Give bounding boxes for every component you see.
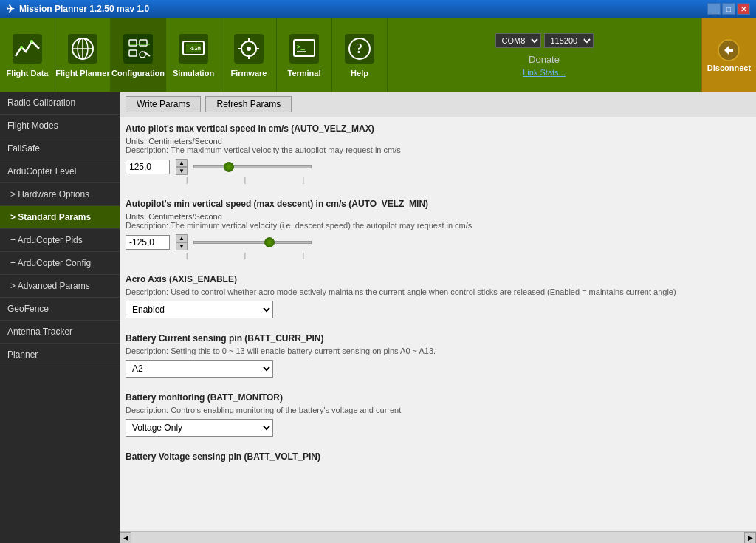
baud-rate-select[interactable]: 115200 [544, 33, 594, 48]
param-batt-curr-pin-desc: Description: Setting this to 0 ~ 13 will… [126, 346, 747, 355]
toolbar-firmware[interactable]: Firmware [221, 18, 277, 92]
sidebar-item-antenna-tracker[interactable]: Antenna Tracker [0, 321, 120, 344]
param-batt-monitor-title: Battery monitoring (BATT_MONITOR) [126, 392, 747, 403]
title-icon: ✈ [6, 3, 15, 15]
disconnect-icon [715, 37, 742, 64]
hscroll-right-button[interactable]: ▶ [744, 532, 756, 544]
close-button[interactable]: ✕ [737, 3, 750, 15]
sidebar-item-arducopter-config[interactable]: + ArduCopter Config [0, 252, 120, 275]
titlebar: ✈ Mission Planner 1.2.50 mav 1.0 _ □ ✕ [0, 0, 756, 18]
sidebar-item-standard-params[interactable]: > Standard Params [0, 206, 120, 229]
write-params-button[interactable]: Write Params [126, 96, 201, 112]
param-auto-velz-min-down[interactable]: ▼ [176, 242, 188, 250]
param-auto-velz-min-spinner: ▲ ▼ [176, 234, 188, 250]
configuration-icon [121, 32, 155, 66]
minimize-button[interactable]: _ [707, 3, 721, 15]
svg-point-21 [247, 47, 251, 51]
param-auto-velz-min-control: -125,0 ▲ ▼ [126, 234, 747, 250]
toolbar-simulation[interactable]: SIM Simulation [166, 18, 221, 92]
sidebar-item-planner[interactable]: Planner [0, 344, 120, 366]
svg-text:?: ? [356, 41, 362, 56]
sidebar-item-radio-calibration[interactable]: Radio Calibration [0, 92, 120, 115]
slider-handle-velz-max[interactable] [224, 162, 234, 172]
param-batt-curr-pin-title: Battery Current sensing pin (BATT_CURR_P… [126, 333, 747, 344]
com-row: COM8 115200 [495, 33, 594, 48]
disconnect-button[interactable]: Disconnect [701, 18, 756, 92]
toolbar-center: COM8 115200 Donate Link Stats... [388, 33, 701, 77]
flight-data-label: Flight Data [7, 69, 49, 78]
param-auto-velz-max-down[interactable]: ▼ [176, 167, 188, 175]
sidebar-item-advanced-params[interactable]: > Advanced Params [0, 275, 120, 298]
param-batt-volt-pin-title: Battery Voltage sensing pin (BATT_VOLT_P… [126, 451, 747, 462]
param-auto-velz-max-units: Units: Centimeters/Second [126, 137, 747, 146]
sidebar: Radio Calibration Flight Modes FailSafe … [0, 92, 120, 543]
param-auto-velz-max-spinner: ▲ ▼ [176, 159, 188, 175]
flight-planner-icon [66, 32, 100, 66]
hscroll-track[interactable] [131, 532, 744, 543]
params-area[interactable]: Auto pilot's max vertical speed in cm/s … [120, 117, 756, 531]
content-area: Write Params Refresh Params Auto pilot's… [120, 92, 756, 543]
flight-planner-label: Flight Planner [55, 69, 109, 78]
window-controls: _ □ ✕ [707, 3, 750, 15]
svg-text:SIM: SIM [191, 46, 201, 52]
refresh-params-button[interactable]: Refresh Params [205, 96, 292, 112]
param-auto-velz-min-up[interactable]: ▲ [176, 234, 188, 242]
maximize-button[interactable]: □ [722, 3, 735, 15]
param-batt-monitor-desc: Description: Controls enabling monitorin… [126, 406, 747, 414]
param-auto-velz-min-value: -125,0 [126, 235, 170, 250]
sidebar-item-flight-modes[interactable]: Flight Modes [0, 115, 120, 137]
slider-handle-velz-min[interactable] [264, 237, 275, 247]
terminal-label: Terminal [287, 69, 320, 78]
toolbar-help[interactable]: ? Help [332, 18, 388, 92]
param-auto-velz-max-desc: Description: The maximum vertical veloci… [126, 146, 747, 154]
hscroll-left-button[interactable]: ◀ [120, 532, 131, 544]
sidebar-item-arducopter-pids[interactable]: + ArduCopter Pids [0, 229, 120, 252]
flight-data-icon [10, 32, 44, 66]
terminal-icon: >_ [287, 32, 321, 66]
sidebar-item-geofence[interactable]: GeoFence [0, 298, 120, 321]
param-auto-velz-max-slider[interactable] [193, 160, 312, 174]
toolbar-terminal[interactable]: >_ Terminal [277, 18, 332, 92]
param-auto-velz-min-title: Autopilot's min vertical speed (max desc… [126, 199, 747, 209]
svg-point-1 [20, 46, 23, 49]
sidebar-item-arducopter-level[interactable]: ArduCopter Level [0, 160, 120, 183]
param-batt-curr-pin-dropdown[interactable]: A0A1A2 A3A4A5 A6A7A8 A9A10A11 A12A13 [126, 360, 273, 378]
toolbar-flight-data[interactable]: Flight Data [0, 18, 55, 92]
horizontal-scrollbar: ◀ ▶ [120, 531, 756, 543]
toolbar-configuration[interactable]: Configuration [111, 18, 166, 92]
param-acro-axis-dropdown[interactable]: Enabled Disabled [126, 301, 273, 318]
configuration-label: Configuration [111, 69, 165, 78]
svg-rect-8 [123, 34, 153, 64]
param-auto-velz-min-units: Units: Centimeters/Second [126, 212, 747, 221]
param-batt-curr-pin: Battery Current sensing pin (BATT_CURR_P… [126, 333, 747, 378]
help-icon: ? [343, 32, 377, 66]
param-auto-velz-max: Auto pilot's max vertical speed in cm/s … [126, 123, 747, 184]
sidebar-item-failsafe[interactable]: FailSafe [0, 137, 120, 160]
param-auto-velz-min-desc: Description: The minimum vertical veloci… [126, 221, 747, 230]
param-batt-volt-pin: Battery Voltage sensing pin (BATT_VOLT_P… [126, 451, 747, 462]
param-auto-velz-max-up[interactable]: ▲ [176, 159, 188, 167]
disconnect-label: Disconnect [707, 64, 751, 72]
com-port-select[interactable]: COM8 [495, 33, 541, 48]
param-auto-velz-max-title: Auto pilot's max vertical speed in cm/s … [126, 123, 747, 134]
param-auto-velz-max-value: 125,0 [126, 160, 170, 174]
param-acro-axis-title: Acro Axis (AXIS_ENABLE) [126, 274, 747, 284]
svg-point-2 [30, 40, 33, 43]
donate-label: Donate [529, 54, 560, 65]
firmware-label: Firmware [231, 69, 267, 78]
param-batt-monitor-dropdown[interactable]: Disabled Voltage Only Voltage and Curren… [126, 419, 273, 437]
toolbar: Flight Data Flight Planner [0, 18, 756, 92]
app-title: Mission Planner 1.2.50 mav 1.0 [19, 4, 149, 14]
toolbar-flight-planner[interactable]: Flight Planner [55, 18, 111, 92]
param-auto-velz-min: Autopilot's min vertical speed (max desc… [126, 199, 747, 259]
param-auto-velz-min-slider[interactable] [193, 235, 312, 250]
content-header: Write Params Refresh Params [120, 92, 756, 117]
param-acro-axis: Acro Axis (AXIS_ENABLE) Description: Use… [126, 274, 747, 318]
svg-text:>_: >_ [297, 43, 305, 50]
sidebar-item-hardware-options[interactable]: > Hardware Options [0, 183, 120, 206]
simulation-label: Simulation [173, 69, 214, 78]
main-area: Radio Calibration Flight Modes FailSafe … [0, 92, 756, 543]
param-auto-velz-max-control: 125,0 ▲ ▼ [126, 159, 747, 175]
param-auto-velz-max-ticks: ||| [186, 177, 304, 184]
link-stats-link[interactable]: Link Stats... [523, 68, 565, 77]
